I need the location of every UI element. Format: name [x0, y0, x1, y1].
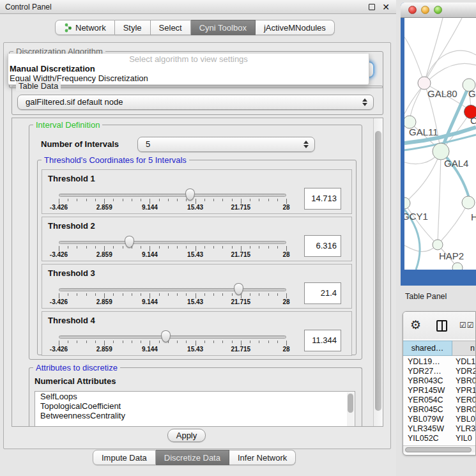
slider-tick-labels: -3.4262.8599.14415.4321.71528 — [59, 298, 286, 306]
cell-name: YDL1 — [452, 357, 476, 367]
interval-definition-group: Interval Definition Number of Intervals … — [29, 125, 362, 360]
tick-label: -3.426 — [50, 298, 68, 305]
close-traffic-light-icon[interactable] — [408, 6, 417, 14]
cell-shared-name: YBR045C — [403, 405, 452, 415]
table-data-combobox[interactable]: galFiltered.sif default node — [17, 95, 374, 110]
table-row[interactable]: YBL079WYBL0 — [403, 415, 476, 424]
tick-label: 9.144 — [142, 251, 158, 258]
network-graph: GAL80 GA C GAL11 GAL4 GCY1 H HAP2 — [404, 18, 476, 270]
slider-tick-labels: -3.4262.8599.14415.4321.71528 — [59, 204, 286, 211]
minimize-traffic-light-icon[interactable] — [421, 6, 429, 14]
node-h[interactable] — [462, 196, 475, 209]
threshold-4-row: Threshold 4 -3.4262.8599.14415.4321.7152… — [42, 311, 352, 356]
bottom-tab-bar: Impute Data Discretize Data Infer Networ… — [93, 450, 296, 465]
table-row[interactable]: YBR043CYBR0 — [403, 376, 476, 386]
column-header-shared[interactable]: shared… — [403, 341, 452, 356]
number-of-intervals-label: Number of Intervals — [41, 139, 119, 149]
slider-tick-labels: -3.4262.8599.14415.4321.71528 — [59, 251, 286, 259]
tab-cyni-toolbox[interactable]: Cyni Toolbox — [191, 20, 256, 35]
close-icon[interactable]: ✕ — [382, 1, 390, 13]
apply-button[interactable]: Apply — [167, 429, 206, 442]
tick-label: 15.43 — [187, 346, 203, 353]
node-gal80[interactable] — [418, 77, 431, 89]
table-row[interactable]: YDL19…YDL1 — [403, 357, 476, 367]
threshold-1-row: Threshold 1 -3.4262.8599.14415.4321.7152… — [42, 169, 352, 214]
node-label: GAL4 — [444, 158, 468, 169]
node-bottom[interactable] — [452, 263, 463, 270]
network-icon — [64, 23, 72, 33]
tick-label: -3.426 — [50, 251, 68, 258]
threshold-2-label: Threshold 2 — [48, 221, 95, 231]
tab-infer-network[interactable]: Infer Network — [229, 450, 296, 465]
tick-label: 9.144 — [142, 204, 158, 211]
threshold-2-value-field[interactable]: 6.316 — [304, 235, 341, 257]
threshold-4-label: Threshold 4 — [48, 316, 95, 325]
checkbox-icons[interactable]: ☑☑ — [459, 321, 475, 330]
numerical-attributes-label: Numerical Attributes — [35, 376, 116, 386]
interval-definition-label: Interval Definition — [33, 120, 102, 130]
table-row[interactable]: YER054CYER0 — [403, 395, 476, 405]
node-label: GA — [468, 88, 476, 99]
cell-name: YDR2 — [452, 367, 476, 376]
node-label: HAP2 — [439, 250, 464, 261]
cell-shared-name: YBR043C — [403, 376, 452, 386]
cell-shared-name: YLR345W — [403, 424, 452, 434]
network-view-window: GAL80 GA C GAL11 GAL4 GCY1 H HAP2 — [401, 3, 476, 286]
application-window: Control Panel ✕ Network Style Select Cyn… — [0, 0, 476, 476]
tab-network-label: Network — [75, 20, 106, 35]
tab-network[interactable]: Network — [55, 20, 115, 35]
node-label: H — [471, 211, 476, 222]
table-row[interactable]: YDR27…YDR2 — [403, 367, 476, 376]
table-rows: YDL19…YDL1YDR27…YDR2YBR043CYBR0YPR145WYP… — [403, 357, 476, 445]
table-row[interactable]: YPR145WYPR1 — [403, 386, 476, 395]
cell-shared-name: YDL19… — [403, 357, 452, 367]
tick-label: 2.859 — [96, 251, 112, 258]
attribute-list-item[interactable]: BetweennessCentrality — [35, 411, 355, 420]
settings-vertical-scrollbar[interactable] — [373, 118, 383, 426]
threshold-1-value-field[interactable]: 14.713 — [304, 188, 341, 210]
settings-scrollpane: Interval Definition Number of Intervals … — [12, 118, 383, 427]
tab-discretize-data[interactable]: Discretize Data — [156, 450, 229, 465]
columns-icon[interactable] — [436, 320, 447, 332]
float-window-icon[interactable] — [369, 4, 375, 10]
cell-shared-name: YBL079W — [403, 415, 452, 424]
tab-jactivemnodules[interactable]: jActiveMNodules — [256, 20, 335, 35]
zoom-traffic-light-icon[interactable] — [434, 6, 442, 14]
number-of-intervals-value: 5 — [146, 137, 150, 151]
number-of-intervals-combobox[interactable]: 5 — [137, 137, 315, 152]
threshold-3-value-field[interactable]: 21.4 — [304, 282, 341, 304]
tab-impute-data[interactable]: Impute Data — [93, 450, 156, 465]
attribute-list-item[interactable]: SelfLoops — [35, 392, 355, 401]
tick-label: 9.144 — [142, 346, 158, 353]
table-horizontal-scrollbar[interactable] — [403, 445, 476, 452]
tick-label: 28 — [282, 346, 289, 353]
table-row[interactable]: YIL052CYIL0 — [403, 434, 476, 443]
tab-select[interactable]: Select — [151, 20, 191, 35]
table-row[interactable]: YLR345WYLR3 — [403, 424, 476, 434]
node-hap2[interactable] — [433, 240, 443, 250]
cell-name: YER0 — [452, 395, 476, 405]
algorithm-option-manual[interactable]: Manual Discretization — [8, 64, 369, 73]
slider-track — [59, 194, 286, 197]
threshold-4-value-field[interactable]: 11.344 — [304, 330, 341, 351]
table-row[interactable]: YBR045CYBR0 — [403, 405, 476, 415]
attribute-list-item[interactable]: TopologicalCoefficient — [35, 401, 355, 411]
tab-style[interactable]: Style — [115, 20, 151, 35]
node-label: GAL80 — [427, 88, 457, 99]
tick-label: 9.144 — [142, 298, 158, 305]
column-header-name[interactable]: n — [452, 341, 476, 356]
numerical-attributes-list[interactable]: SelfLoopsTopologicalCoefficientBetweenne… — [35, 391, 355, 427]
tick-label: 21.715 — [231, 204, 251, 211]
tick-label: 15.43 — [187, 298, 203, 305]
tick-label: -3.426 — [50, 346, 68, 353]
cell-shared-name: YER054C — [403, 395, 452, 405]
table-toolbar: ⚙ ☑☑ — [403, 312, 476, 339]
list-scrollbar[interactable] — [347, 392, 354, 427]
gear-icon[interactable]: ⚙ — [410, 318, 421, 333]
tick-label: 15.43 — [187, 251, 203, 258]
table-data-label: Table Data — [16, 81, 61, 91]
algorithm-option-equal-width[interactable]: Equal Width/Frequency Discretization — [8, 73, 369, 83]
network-canvas[interactable]: GAL80 GA C GAL11 GAL4 GCY1 H HAP2 — [404, 18, 476, 270]
tick-label: 28 — [282, 251, 289, 258]
cell-name: YBL0 — [452, 415, 476, 424]
